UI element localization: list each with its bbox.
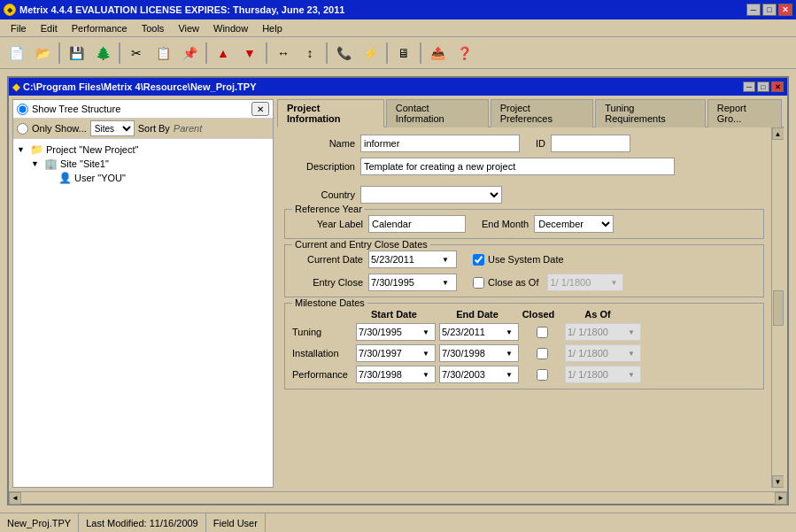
installation-start-input[interactable] [357, 345, 422, 361]
tree-close-button[interactable]: ✕ [251, 102, 269, 116]
right-panel: Project Information Contact Information … [277, 99, 784, 488]
scroll-right-arrow[interactable]: ► [775, 492, 787, 505]
performance-start-date: ▼ [356, 366, 436, 383]
menu-help[interactable]: Help [255, 21, 290, 35]
tab-report-group[interactable]: Report Gro... [707, 99, 782, 127]
use-system-date-checkbox[interactable] [473, 254, 484, 266]
milestone-row-tuning: Tuning ▼ ▼ [292, 323, 756, 341]
id-input[interactable] [551, 135, 630, 152]
name-input[interactable] [360, 135, 520, 152]
country-row: Country [284, 186, 764, 204]
scroll-thumb[interactable] [773, 290, 784, 326]
entry-close-input[interactable] [369, 274, 442, 290]
performance-closed-checkbox[interactable] [537, 369, 548, 381]
installation-asof-arrow: ▼ [628, 350, 635, 358]
scroll-left-arrow[interactable]: ◄ [9, 492, 21, 505]
main-dialog: ◆ C:\Program Files\Metrix 4\Resource\New… [7, 76, 789, 505]
toolbar-tree[interactable]: 🌲 [90, 41, 115, 66]
tree-expand-site[interactable]: ▼ [31, 159, 42, 168]
description-row: Description [284, 158, 764, 175]
performance-start-arrow[interactable]: ▼ [422, 371, 429, 379]
entry-close-row: Entry Close ▼ Close as Of [292, 274, 756, 291]
tree-item-user[interactable]: 👤 User "YOU" [45, 171, 269, 185]
toolbar-arrows[interactable]: ↔ [271, 41, 296, 66]
toolbar-cut[interactable]: ✂ [124, 41, 149, 66]
show-tree-radio[interactable] [17, 104, 28, 115]
tree-item-project[interactable]: ▼ 📁 Project "New Project" [17, 143, 269, 157]
current-date-label: Current Date [292, 254, 363, 265]
menu-view[interactable]: View [171, 21, 206, 35]
toolbar-arrows2[interactable]: ↕ [298, 41, 322, 66]
menu-window[interactable]: Window [206, 21, 255, 35]
toolbar-separator-4 [266, 42, 267, 64]
tuning-start-input[interactable] [357, 324, 422, 340]
tuning-end-input[interactable] [440, 324, 506, 340]
menu-tools[interactable]: Tools [135, 21, 172, 35]
toolbar-separator-2 [119, 42, 120, 64]
close-as-of-arrow: ▼ [610, 279, 619, 287]
toolbar-up[interactable]: ▲ [211, 41, 236, 66]
installation-start-arrow[interactable]: ▼ [422, 350, 429, 358]
menu-edit[interactable]: Edit [34, 21, 65, 35]
tree-children: ▼ 🏢 Site "Site1" 👤 User "YOU" [31, 157, 269, 185]
scroll-down-arrow[interactable]: ▼ [772, 475, 784, 488]
user-icon: 👤 [58, 172, 72, 184]
close-button[interactable]: ✕ [778, 4, 792, 16]
menu-file[interactable]: File [4, 21, 34, 35]
only-show-radio[interactable] [17, 123, 28, 135]
status-last-modified: Last Modified: 11/16/2009 [79, 513, 206, 532]
title-buttons: ─ □ ✕ [746, 4, 792, 16]
performance-end-input[interactable] [440, 366, 506, 382]
menu-bar: File Edit Performance Tools View Window … [0, 19, 796, 37]
toolbar-down[interactable]: ▼ [237, 41, 262, 66]
dialog-title-bar: ◆ C:\Program Files\Metrix 4\Resource\New… [9, 78, 787, 96]
performance-start-input[interactable] [357, 366, 422, 382]
horizontal-scrollbar[interactable]: ◄ ► [9, 491, 787, 504]
toolbar-phone[interactable]: 📞 [331, 41, 356, 66]
toolbar-export[interactable]: 📤 [425, 41, 450, 66]
maximize-button[interactable]: □ [762, 4, 777, 16]
toolbar-open[interactable]: 📂 [30, 41, 55, 66]
sites-dropdown[interactable]: Sites [90, 120, 135, 136]
dialog-minimize[interactable]: ─ [743, 81, 755, 92]
end-month-dropdown[interactable]: December [534, 215, 614, 233]
toolbar-separator-7 [420, 42, 421, 64]
toolbar-new[interactable]: 📄 [4, 41, 28, 66]
minimize-button[interactable]: ─ [746, 4, 761, 16]
tuning-end-arrow[interactable]: ▼ [506, 328, 513, 336]
description-input[interactable] [360, 158, 675, 175]
performance-asof-input [566, 366, 628, 382]
current-date-input[interactable] [369, 251, 442, 267]
close-as-of-checkbox[interactable] [473, 277, 484, 289]
country-dropdown[interactable] [360, 186, 502, 204]
tab-tuning-requirements[interactable]: Tuning Requirements [595, 99, 706, 127]
toolbar-lightning[interactable]: ⚡ [358, 41, 383, 66]
dialog-close[interactable]: ✕ [771, 81, 784, 92]
year-label-input[interactable] [368, 215, 466, 233]
entry-close-arrow[interactable]: ▼ [442, 279, 451, 287]
menu-performance[interactable]: Performance [65, 21, 135, 35]
performance-end-arrow[interactable]: ▼ [506, 371, 513, 379]
tuning-start-arrow[interactable]: ▼ [422, 328, 429, 336]
installation-end-arrow[interactable]: ▼ [506, 350, 513, 358]
toolbar-copy[interactable]: 📋 [151, 41, 175, 66]
toolbar-help[interactable]: ❓ [452, 41, 476, 66]
tab-project-information[interactable]: Project Information [277, 99, 384, 127]
installation-label: Installation [292, 348, 352, 359]
current-date-arrow[interactable]: ▼ [442, 256, 451, 264]
installation-closed-checkbox[interactable] [537, 348, 548, 359]
tree-item-site[interactable]: ▼ 🏢 Site "Site1" [31, 157, 269, 171]
installation-end-input[interactable] [440, 345, 506, 361]
toolbar: 📄 📂 💾 🌲 ✂ 📋 📌 ▲ ▼ ↔ ↕ 📞 ⚡ 🖥 📤 ❓ [0, 37, 796, 69]
scroll-up-arrow[interactable]: ▲ [772, 127, 784, 140]
tab-project-preferences[interactable]: Project Preferences [491, 99, 594, 127]
tree-expand-project[interactable]: ▼ [17, 145, 27, 154]
toolbar-save[interactable]: 💾 [64, 41, 89, 66]
tuning-asof: ▼ [565, 323, 641, 341]
vertical-scrollbar[interactable]: ▲ ▼ [771, 127, 784, 488]
tab-contact-information[interactable]: Contact Information [386, 99, 489, 127]
dialog-maximize[interactable]: □ [757, 81, 769, 92]
tuning-closed-checkbox[interactable] [537, 327, 548, 338]
toolbar-monitor[interactable]: 🖥 [391, 41, 416, 66]
toolbar-paste[interactable]: 📌 [177, 41, 202, 66]
